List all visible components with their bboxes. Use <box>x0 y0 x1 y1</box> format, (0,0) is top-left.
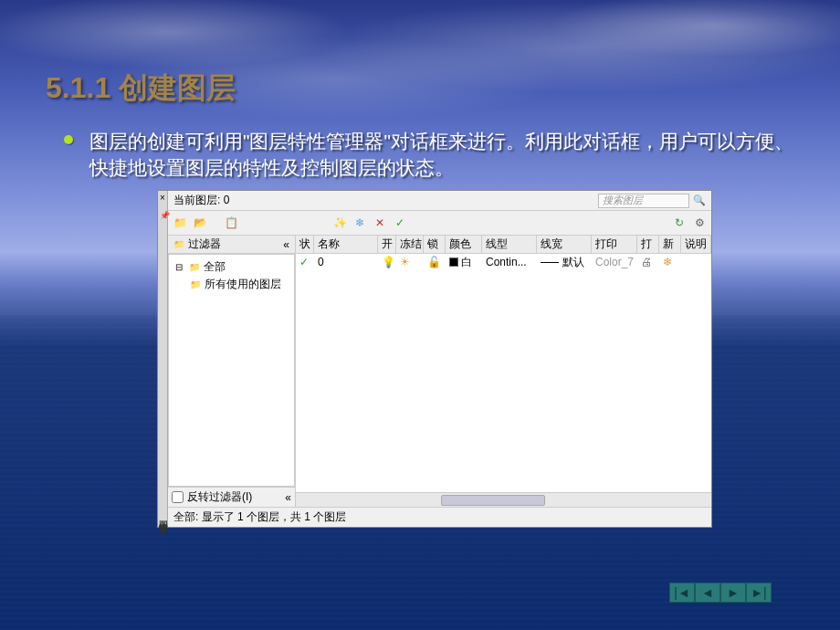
tree-folder-icon: 📁 <box>188 262 201 273</box>
cell-status: ✓ <box>296 254 314 270</box>
collapse-button[interactable]: « <box>283 238 289 251</box>
bullet-text: 图层的创建可利用"图层特性管理器"对话框来进行。利用此对话框，用户可以方便、快捷… <box>89 128 803 182</box>
cell-freeze[interactable]: ☀ <box>396 254 424 270</box>
cell-plotstyle[interactable]: Color_7 <box>592 254 637 270</box>
filter-header-icon: 📁 <box>173 239 184 249</box>
current-layer-label: 当前图层: 0 <box>173 193 598 208</box>
dialog-title: 图层特性管理器 <box>158 513 169 520</box>
delete-layer-button[interactable]: ✕ <box>372 215 388 231</box>
new-layer-button[interactable]: ✨ <box>331 215 348 231</box>
cell-on[interactable]: 💡 <box>378 254 396 270</box>
nav-prev-button[interactable]: ◄ <box>695 583 720 603</box>
color-name: 白 <box>461 255 472 270</box>
header-linetype[interactable]: 线型 <box>482 236 537 253</box>
settings-button[interactable]: ⚙ <box>691 215 708 231</box>
header-name[interactable]: 名称 <box>314 236 378 253</box>
navigation-controls: |◄ ◄ ► ►| <box>669 583 772 603</box>
tree-root-label: 全部 <box>204 259 226 275</box>
tree-expand-icon[interactable]: ⊟ <box>173 262 185 273</box>
color-swatch <box>449 257 458 267</box>
close-button[interactable]: × <box>158 191 167 203</box>
cell-lineweight[interactable]: 默认 <box>537 254 592 270</box>
pin-icon[interactable]: 📌 <box>160 211 170 220</box>
cell-desc[interactable] <box>681 254 711 270</box>
filter-panel: 📁 过滤器 « ⊟ 📁 全部 📁 所有使用的图层 <box>168 236 296 507</box>
table-header: 状 名称 开 冻结 锁 颜色 线型 线宽 打印 打 新 说明 <box>296 236 711 254</box>
header-plotstyle[interactable]: 打印 <box>592 236 637 253</box>
filter-header: 📁 过滤器 « <box>168 236 295 254</box>
header-status[interactable]: 状 <box>296 236 314 253</box>
cell-newvp[interactable]: ❄ <box>659 254 681 270</box>
layer-manager-dialog: × 📌 图层特性管理器 当前图层: 0 搜索图层 🔍 📁 📂 📋 ✨ ❄ ✕ ✓… <box>157 190 712 528</box>
tree-folder-icon: 📁 <box>189 279 202 290</box>
filter-header-label: 过滤器 <box>184 236 283 252</box>
refresh-button[interactable]: ↻ <box>671 215 688 231</box>
tree-root[interactable]: ⊟ 📁 全部 <box>173 258 290 276</box>
bullet-icon <box>64 135 73 144</box>
layer-states-button[interactable]: 📋 <box>223 215 239 231</box>
header-lineweight[interactable]: 线宽 <box>537 236 592 253</box>
horizontal-scrollbar[interactable] <box>296 492 711 507</box>
status-text: 全部: 显示了 1 个图层，共 1 个图层 <box>173 509 346 525</box>
current-layer-bar: 当前图层: 0 搜索图层 🔍 <box>168 191 711 211</box>
cell-color[interactable]: 白 <box>446 254 482 270</box>
search-input[interactable]: 搜索图层 <box>598 194 689 208</box>
scrollbar-thumb[interactable] <box>441 495 545 506</box>
lineweight-label: 默认 <box>562 255 584 270</box>
header-lock[interactable]: 锁 <box>424 236 446 253</box>
header-desc[interactable]: 说明 <box>681 236 711 253</box>
invert-filter-label: 反转过滤器(I) <box>187 489 252 505</box>
table-body: ✓ 0 💡 ☀ 🔓 白 Contin... 默认 <box>296 254 711 492</box>
nav-last-button[interactable]: ►| <box>746 583 772 603</box>
table-row[interactable]: ✓ 0 💡 ☀ 🔓 白 Contin... 默认 <box>296 254 711 270</box>
tree-child-label: 所有使用的图层 <box>205 277 281 292</box>
toolbar: 📁 📂 📋 ✨ ❄ ✕ ✓ ↻ ⚙ <box>168 211 711 235</box>
layer-table: 状 名称 开 冻结 锁 颜色 线型 线宽 打印 打 新 说明 ✓ 0 <box>296 236 711 507</box>
bullet-item: 图层的创建可利用"图层特性管理器"对话框来进行。利用此对话框，用户可以方便、快捷… <box>64 128 803 182</box>
header-color[interactable]: 颜色 <box>446 236 482 253</box>
header-freeze[interactable]: 冻结 <box>396 236 424 253</box>
invert-filter-checkbox[interactable] <box>172 491 184 503</box>
slide-title: 5.1.1 创建图层 <box>46 68 236 109</box>
new-layer-vp-button[interactable]: ❄ <box>352 215 368 231</box>
dialog-title-strip: × 📌 图层特性管理器 <box>158 191 168 527</box>
cell-plot[interactable]: 🖨 <box>637 254 659 270</box>
cell-name[interactable]: 0 <box>314 254 378 270</box>
dialog-content: 当前图层: 0 搜索图层 🔍 📁 📂 📋 ✨ ❄ ✕ ✓ ↻ ⚙ 📁 <box>168 191 711 527</box>
cell-lock[interactable]: 🔓 <box>424 254 446 270</box>
search-icon[interactable]: 🔍 <box>693 194 706 206</box>
collapse-button-2[interactable]: « <box>285 491 291 504</box>
invert-filter-row: 反转过滤器(I) « <box>168 487 295 507</box>
new-filter-button[interactable]: 📁 <box>172 215 188 231</box>
filter-tree: ⊟ 📁 全部 📁 所有使用的图层 <box>168 254 295 487</box>
header-newvp[interactable]: 新 <box>659 236 681 253</box>
nav-first-button[interactable]: |◄ <box>669 583 695 603</box>
header-plot[interactable]: 打 <box>637 236 659 253</box>
nav-next-button[interactable]: ► <box>720 583 746 603</box>
set-current-button[interactable]: ✓ <box>392 215 408 231</box>
content-area: 📁 过滤器 « ⊟ 📁 全部 📁 所有使用的图层 <box>168 235 711 507</box>
cell-linetype[interactable]: Contin... <box>482 254 537 270</box>
tree-child[interactable]: 📁 所有使用的图层 <box>173 276 290 293</box>
new-group-button[interactable]: 📂 <box>192 215 208 231</box>
header-on[interactable]: 开 <box>378 236 396 253</box>
lineweight-preview <box>541 262 559 263</box>
status-bar: 全部: 显示了 1 个图层，共 1 个图层 <box>168 507 711 527</box>
